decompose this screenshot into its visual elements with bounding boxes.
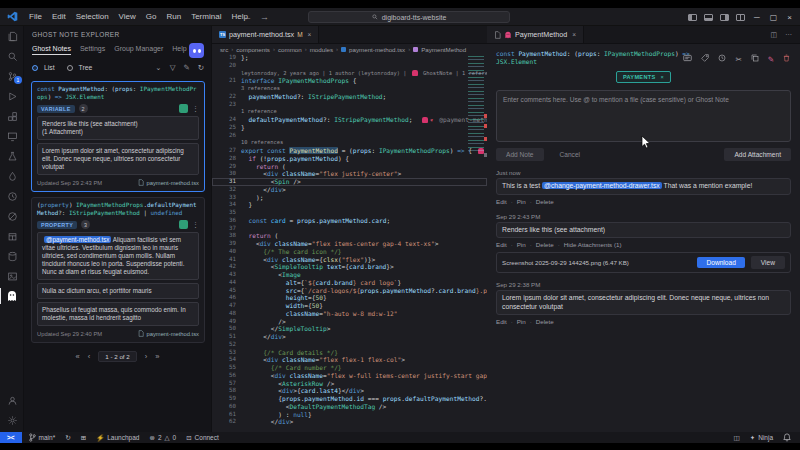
code-line[interactable]: 20 — [212, 62, 487, 70]
sidebar-tab-ghost-notes[interactable]: Ghost Notes — [32, 45, 71, 55]
circle-icon[interactable] — [0, 206, 24, 226]
command-center-search[interactable]: digiboard-tts-website — [308, 11, 510, 23]
edit-link[interactable]: Edit — [496, 318, 507, 325]
edit-link[interactable]: Edit — [496, 241, 507, 248]
problems[interactable]: ⊗2△0 — [144, 432, 181, 443]
code-line[interactable]: 54 <div className="flex flex-1 flex-col"… — [212, 356, 487, 364]
settings-gear-icon[interactable] — [0, 410, 24, 430]
breadcrumb-item[interactable]: payment-method.tsx — [349, 46, 405, 53]
minimap[interactable] — [468, 56, 484, 152]
code-line[interactable]: 40 {/* The card icon */} — [212, 248, 487, 256]
account-icon[interactable] — [0, 390, 24, 410]
code-line[interactable]: 61 ) : null} — [212, 411, 487, 419]
code-line[interactable]: 26 — [212, 132, 487, 140]
launchpad[interactable]: ⚡Launchpad — [91, 432, 144, 443]
code-line[interactable]: 58 <div>{card.last4}</div> — [212, 387, 487, 395]
forward-icon[interactable]: → — [260, 12, 269, 22]
breadcrumb-item[interactable]: src — [220, 46, 228, 53]
split-editor-icon[interactable]: ◫ — [770, 31, 777, 39]
code-line[interactable]: 44 alt={`${card.brand} card logo`} — [212, 279, 487, 287]
code-line[interactable]: 27export const PaymentMethod = (props: I… — [212, 147, 487, 155]
note-comment[interactable]: Nulla ac dictum arcu, et porttitor mauri… — [37, 283, 199, 299]
breadcrumb-item[interactable]: common — [278, 46, 302, 53]
package-icon[interactable] — [0, 226, 24, 246]
sidebar-tab-help[interactable]: Help — [172, 45, 186, 54]
breadcrumb-item[interactable]: PaymentMethod — [421, 46, 466, 53]
scissors-icon[interactable]: ✂ — [735, 55, 741, 64]
menu-terminal[interactable]: Terminal — [186, 12, 226, 21]
tab-ghost-note-payment-method[interactable]: PaymentMethod × — [487, 26, 584, 43]
sidebar-tab-settings[interactable]: Settings — [80, 45, 105, 54]
next-page-button[interactable]: › — [145, 352, 148, 361]
code-line[interactable]: 35 — [212, 209, 487, 217]
code-line[interactable]: 24 defaultPaymentMethod?: IStripePayment… — [212, 116, 487, 124]
back-icon[interactable]: ← — [243, 12, 252, 22]
close-tab-icon[interactable]: × — [572, 31, 576, 38]
image-icon[interactable] — [0, 266, 24, 286]
list-radio[interactable] — [32, 65, 38, 71]
code-line[interactable]: 62 </div> — [212, 418, 487, 426]
source-control-icon[interactable]: 1 — [0, 66, 24, 86]
source-file-link[interactable]: payment-method.tsx — [138, 179, 199, 187]
code-line[interactable]: 48 className="h-auto w-8 md:w-12" — [212, 310, 487, 318]
code-line[interactable]: 31 <Spin /> — [212, 178, 487, 186]
delete-link[interactable]: Delete — [530, 241, 554, 248]
remove-tag-icon[interactable]: × — [660, 74, 664, 80]
code-line[interactable]: 51 </div> — [212, 333, 487, 341]
code-line[interactable]: 43 <Image — [212, 271, 487, 279]
filter-icon[interactable]: ▽ — [170, 63, 176, 72]
menu-selection[interactable]: Selection — [71, 12, 114, 21]
run-debug-icon[interactable] — [0, 86, 24, 106]
code-line[interactable]: 46 height={50} — [212, 294, 487, 302]
code-line[interactable]: 38 return ( — [212, 232, 487, 240]
more-icon[interactable]: ⋮ — [192, 105, 199, 112]
download-button[interactable]: Download — [697, 257, 744, 268]
code-line[interactable]: 29 return ( — [212, 163, 487, 171]
maximize-icon[interactable]: ▢ — [770, 13, 778, 22]
code-line[interactable]: 56 <div className="flex w-full items-cen… — [212, 372, 487, 380]
code-editor[interactable]: 19};20leytonroday, 2 years ago | 1 autho… — [212, 54, 487, 432]
hide-link[interactable]: Hide Attachments (1) — [558, 241, 622, 248]
screencast[interactable]: ◫ — [729, 432, 745, 443]
tag-chip-payments[interactable]: PAYMENTS × — [616, 71, 671, 83]
code-line[interactable]: 45 src={`/card-logos/${props.paymentMeth… — [212, 287, 487, 295]
minimize-icon[interactable]: ─ — [754, 13, 760, 22]
code-line[interactable]: 55 {/* Card number */} — [212, 364, 487, 372]
ghost-icon[interactable] — [0, 286, 24, 306]
copy-icon[interactable] — [751, 54, 759, 64]
note-comment[interactable]: Renders like this (see attachment) (1 At… — [37, 116, 199, 140]
close-tab-icon[interactable]: × — [308, 31, 312, 38]
menu-go[interactable]: Go — [141, 12, 162, 21]
code-line[interactable]: 60 <DefaultPaymentMethodTag /> — [212, 403, 487, 411]
edit-off-icon[interactable]: ✎ — [183, 63, 189, 72]
edit-link[interactable]: Edit — [496, 198, 507, 205]
extensions-icon[interactable] — [0, 106, 24, 126]
code-line[interactable]: 28 if (!props.paymentMethod) { — [212, 155, 487, 163]
tab-payment-method[interactable]: TS payment-method.tsx M × — [212, 26, 319, 43]
tag-icon[interactable] — [701, 54, 709, 64]
toggle-panel-icon[interactable] — [704, 14, 713, 21]
code-line[interactable]: 49 /> — [212, 318, 487, 326]
code-line[interactable]: 39 <div className="flex items-center gap… — [212, 240, 487, 248]
discord-icon[interactable] — [189, 43, 204, 58]
history-icon[interactable] — [718, 54, 726, 64]
explorer-icon[interactable] — [0, 26, 24, 46]
code-line[interactable]: 32 </div> — [212, 186, 487, 194]
open-in-editor-icon[interactable] — [179, 104, 188, 113]
remote-indicator[interactable]: >< — [0, 432, 22, 443]
code-line[interactable]: 30 <div className="flex justify-center"> — [212, 170, 487, 178]
pin-link[interactable]: Pin — [511, 318, 526, 325]
code-line[interactable]: 21interface IPaymentMethodProps { — [212, 77, 487, 85]
breadcrumb-item[interactable]: components — [236, 46, 270, 53]
connect[interactable]: ⊡Connect — [181, 432, 224, 443]
toggle-sidebar-icon[interactable] — [688, 14, 697, 21]
git-branch[interactable]: main* — [24, 432, 61, 443]
history-icon[interactable] — [0, 186, 24, 206]
prev-page-button[interactable]: ‹ — [88, 352, 91, 361]
add-note-button[interactable]: Add Note — [496, 148, 544, 161]
menu-view[interactable]: View — [114, 12, 141, 21]
more-actions-icon[interactable]: ⋯ — [785, 31, 792, 39]
code-line[interactable]: 53 {/* Card details */} — [212, 349, 487, 357]
menu-file[interactable]: File — [24, 12, 47, 21]
code-line[interactable]: 22 paymentMethod?: IStripePaymentMethod; — [212, 93, 487, 101]
